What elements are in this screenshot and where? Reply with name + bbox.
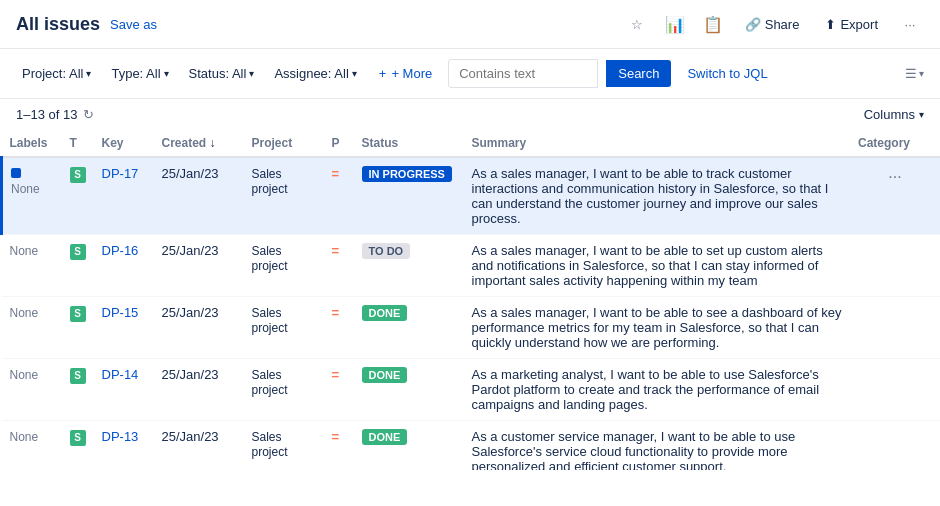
status-badge: TO DO [362, 243, 411, 259]
row-more-button[interactable]: ··· [884, 367, 905, 389]
cell-labels: None [2, 297, 62, 359]
chevron-down-icon: ▾ [919, 109, 924, 120]
search-input[interactable] [448, 59, 598, 88]
cell-type: S [62, 157, 94, 235]
table-row[interactable]: None S DP-14 25/Jan/23 Sales project = D… [2, 359, 941, 421]
issue-key-link[interactable]: DP-13 [102, 429, 139, 444]
star-icon: ☆ [631, 17, 643, 32]
col-header-labels[interactable]: Labels [2, 130, 62, 157]
cell-type: S [62, 297, 94, 359]
cell-key[interactable]: DP-16 [94, 235, 154, 297]
row-more-button[interactable]: ··· [884, 429, 905, 451]
cell-status: DONE [354, 297, 464, 359]
cell-priority: = [324, 359, 354, 421]
cell-category: ··· [850, 157, 940, 235]
cell-summary: As a sales manager, I want to be able to… [464, 235, 851, 297]
cell-key[interactable]: DP-17 [94, 157, 154, 235]
cell-project: Sales project [244, 235, 324, 297]
cell-status: IN PROGRESS [354, 157, 464, 235]
status-badge: DONE [362, 367, 408, 383]
summary-text: As a customer service manager, I want to… [472, 429, 796, 470]
more-filters-button[interactable]: + + More [371, 62, 440, 85]
results-count: 1–13 of 13 ↻ [16, 107, 94, 122]
issue-key-link[interactable]: DP-17 [102, 166, 139, 181]
export-button[interactable]: ⬆ Export [817, 13, 886, 36]
col-header-key[interactable]: Key [94, 130, 154, 157]
status-badge: DONE [362, 305, 408, 321]
priority-icon: = [332, 243, 340, 258]
cell-type: S [62, 421, 94, 471]
more-options-button[interactable]: ··· [896, 10, 924, 38]
col-header-created[interactable]: Created ↓ [154, 130, 244, 157]
table-row[interactable]: None S DP-13 25/Jan/23 Sales project = D… [2, 421, 941, 471]
cell-status: DONE [354, 359, 464, 421]
cell-category: ··· [850, 297, 940, 359]
status-filter[interactable]: Status: All ▾ [183, 62, 261, 85]
chevron-down-icon: ▾ [352, 68, 357, 79]
issue-key-link[interactable]: DP-16 [102, 243, 139, 258]
summary-text: As a sales manager, I want to be able to… [472, 305, 842, 350]
cell-created: 25/Jan/23 [154, 157, 244, 235]
cell-priority: = [324, 235, 354, 297]
summary-text: As a sales manager, I want to be able to… [472, 243, 823, 288]
excel-button[interactable]: 📊 [661, 10, 689, 38]
row-more-button[interactable]: ··· [884, 166, 905, 188]
priority-icon: = [332, 429, 340, 444]
cell-project: Sales project [244, 157, 324, 235]
top-bar: All issues Save as ☆ 📊 📋 🔗 Share ⬆ Expor… [0, 0, 940, 49]
issue-key-link[interactable]: DP-14 [102, 367, 139, 382]
cell-key[interactable]: DP-15 [94, 297, 154, 359]
table-row[interactable]: None S DP-15 25/Jan/23 Sales project = D… [2, 297, 941, 359]
cell-summary: As a customer service manager, I want to… [464, 421, 851, 471]
cell-category: ··· [850, 421, 940, 471]
issues-table-wrapper: Labels T Key Created ↓ Project P Status … [0, 130, 940, 470]
switch-to-jql-button[interactable]: Switch to JQL [679, 62, 775, 85]
summary-text: As a marketing analyst, I want to be abl… [472, 367, 820, 412]
priority-icon: = [332, 305, 340, 320]
cell-key[interactable]: DP-14 [94, 359, 154, 421]
cell-key[interactable]: DP-13 [94, 421, 154, 471]
refresh-icon[interactable]: ↻ [83, 107, 94, 122]
priority-icon: = [332, 367, 340, 382]
search-button[interactable]: Search [606, 60, 671, 87]
star-button[interactable]: ☆ [623, 10, 651, 38]
page-title: All issues [16, 14, 100, 35]
table-row[interactable]: None S DP-17 25/Jan/23 Sales project = I… [2, 157, 941, 235]
label-value: None [10, 430, 39, 444]
row-more-button[interactable]: ··· [884, 305, 905, 327]
sheets-button[interactable]: 📋 [699, 10, 727, 38]
row-more-button[interactable]: ··· [884, 243, 905, 265]
col-header-status[interactable]: Status [354, 130, 464, 157]
col-header-type[interactable]: T [62, 130, 94, 157]
share-button[interactable]: 🔗 Share [737, 13, 808, 36]
assignee-filter[interactable]: Assignee: All ▾ [268, 62, 362, 85]
chevron-down-icon: ▾ [164, 68, 169, 79]
summary-text: As a sales manager, I want to be able to… [472, 166, 829, 226]
sort-arrow-icon: ↓ [210, 136, 216, 150]
chevron-down-icon: ▾ [919, 68, 924, 79]
col-header-priority[interactable]: P [324, 130, 354, 157]
cell-type: S [62, 235, 94, 297]
col-header-project[interactable]: Project [244, 130, 324, 157]
issue-type-icon: S [70, 167, 86, 183]
cell-labels: None [2, 421, 62, 471]
cell-labels: None [2, 157, 62, 235]
status-badge: DONE [362, 429, 408, 445]
project-filter[interactable]: Project: All ▾ [16, 62, 97, 85]
columns-button[interactable]: Columns ▾ [864, 107, 924, 122]
issues-table: Labels T Key Created ↓ Project P Status … [0, 130, 940, 470]
col-header-category[interactable]: Category [850, 130, 940, 157]
issue-key-link[interactable]: DP-15 [102, 305, 139, 320]
cell-category: ··· [850, 235, 940, 297]
priority-icon: = [332, 166, 340, 181]
view-toggle-button[interactable]: ☰ ▾ [905, 66, 924, 81]
col-header-summary[interactable]: Summary [464, 130, 851, 157]
selected-indicator [11, 168, 21, 178]
type-filter[interactable]: Type: All ▾ [105, 62, 174, 85]
table-row[interactable]: None S DP-16 25/Jan/23 Sales project = T… [2, 235, 941, 297]
save-as-button[interactable]: Save as [110, 17, 157, 32]
results-bar: 1–13 of 13 ↻ Columns ▾ [0, 99, 940, 130]
issue-type-icon: S [70, 244, 86, 260]
share-icon: 🔗 [745, 17, 761, 32]
cell-priority: = [324, 421, 354, 471]
